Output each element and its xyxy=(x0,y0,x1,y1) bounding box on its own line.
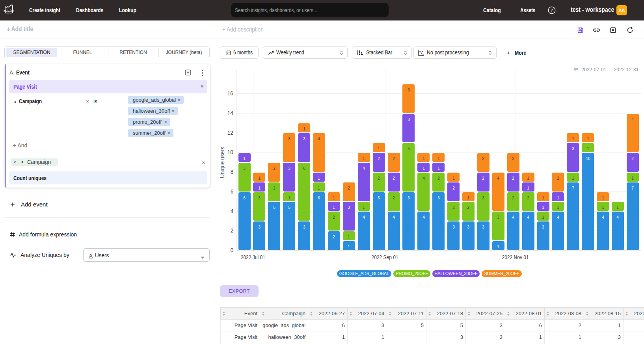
svg-text:?: ? xyxy=(551,8,553,13)
